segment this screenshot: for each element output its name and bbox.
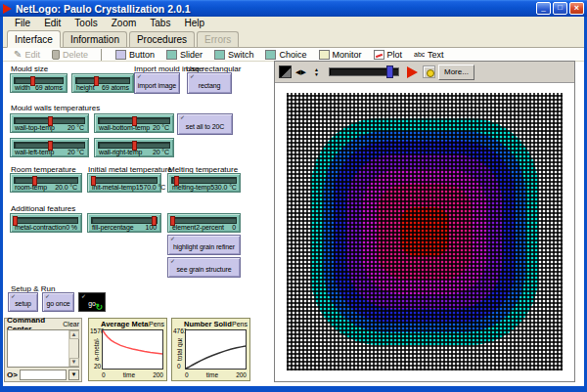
init-metal-temp-slider[interactable]: init-metal-temp1570.0 °C [87,173,161,193]
monitor-widget-icon [319,50,330,60]
wall-bottom-temp-slider[interactable]: wall-bottom-temp20 °C [94,113,174,133]
title-bar[interactable]: NetLogo: Paulo Crystallization 2.0.1 _ □… [0,0,587,17]
see-grain-structure-button[interactable]: ✓ see grain structure [167,257,241,278]
slider-track[interactable] [91,217,158,224]
slider-label: room-temp [15,184,47,191]
wall-left-temp-slider[interactable]: wall-left-temp20 °C [10,138,89,157]
x-min-tick: 0 [102,371,106,378]
delete-button: Delete [47,48,93,61]
slider-track[interactable] [171,217,237,224]
slider-label: fill-percentage [92,224,133,231]
menu-edit[interactable]: Edit [37,17,68,30]
tab-information[interactable]: Information [63,31,127,47]
menu-zoom[interactable]: Zoom [105,17,144,30]
more-button[interactable]: More... [438,65,474,80]
pencil-icon: ✎ [14,49,22,60]
tab-interface[interactable]: Interface [7,30,61,48]
clear-button[interactable]: Clear [63,321,79,327]
menu-tools[interactable]: Tools [68,17,104,30]
add-choice-widget[interactable]: Choice [260,48,311,61]
add-text-widget[interactable]: abc Text [409,48,449,61]
button-corner-mark-icon: ✓ [11,292,16,299]
avg-metal-temp-plot: Average Metal T... Pens 1570 a-metal-te … [88,318,167,381]
observer-prompt: O> [7,370,18,379]
netlogo-arrow-icon [407,66,418,78]
melting-temp-slider[interactable]: melting-temp530.0 °C [167,173,241,193]
slider-track[interactable] [91,177,158,184]
button-corner-mark-icon: ✓ [81,292,86,299]
y-axis-label: a-metal-te [93,338,100,361]
slider-track[interactable] [14,217,78,224]
add-monitor-widget[interactable]: Monitor [314,48,367,61]
slider-label: wall-left-temp [15,149,54,155]
slider-value: 69 atoms [102,84,129,91]
close-button[interactable]: × [569,2,584,15]
slider-track[interactable] [75,77,130,84]
height-slider[interactable]: height69 atoms [71,73,134,93]
set-all-to-20c-button[interactable]: ✓ set all to 20C [177,113,233,135]
scroll-down-icon[interactable]: ▼ [69,358,79,367]
edit-button: ✎ Edit [9,48,45,61]
slider-track[interactable] [14,142,85,149]
menu-tabs[interactable]: Tabs [143,17,177,30]
resize-view-icon[interactable] [279,65,292,78]
wall-top-temp-slider[interactable]: wall-top-temp20 °C [10,113,89,133]
vertical-arrows-icon[interactable]: ▲ ▼ [310,65,323,78]
slider-value: 0 % [66,224,77,231]
command-output[interactable]: ▲ ▼ [7,329,79,368]
width-slider[interactable]: width69 atoms [10,73,68,93]
slider-label: wall-top-temp [15,124,55,131]
speed-slider-thumb[interactable] [386,65,393,78]
go-once-button[interactable]: ✓ go once [42,292,74,312]
go-forever-button[interactable]: ✓ go ↻ [78,292,106,312]
add-switch-widget[interactable]: Switch [209,48,259,61]
scrollbar[interactable]: ▲ ▼ [68,330,78,367]
slider-track[interactable] [14,177,78,184]
world-view-container: ◀▶ ▲ ▼ More... [274,61,575,382]
slider-value: 100 [146,224,157,231]
button-corner-mark-icon: ✓ [190,72,195,79]
display-on-off-icon[interactable] [423,65,435,78]
x-min-tick: 0 [185,371,189,378]
toolbar: ✎ Edit Delete Button Slider Switch Choic… [3,48,584,62]
room-temp-slider[interactable]: room-temp20.0 °C [10,173,82,193]
slider-track[interactable] [171,177,237,184]
slider-track[interactable] [14,117,85,124]
slider-track[interactable] [14,77,64,84]
minimize-button[interactable]: _ [536,2,551,15]
add-slider-widget[interactable]: Slider [161,48,207,61]
button-corner-mark-icon: ✓ [180,113,185,120]
button-corner-mark-icon: ✓ [170,257,175,264]
setup-button[interactable]: ✓ setup [8,292,38,312]
choice-widget-icon [265,50,276,60]
tab-procedures[interactable]: Procedures [129,31,195,47]
speed-slider[interactable] [329,67,399,76]
maximize-button[interactable]: □ [553,2,567,15]
fill-percentage-slider[interactable]: fill-percentage100 [87,213,161,233]
slider-track[interactable] [98,117,170,124]
world-view[interactable] [287,93,563,370]
metal-contraction-slider[interactable]: metal-contraction0 % [10,213,82,233]
history-dropdown-icon[interactable]: ▼ [68,370,79,380]
command-input[interactable] [20,370,67,380]
slider-value: 20 °C [68,124,84,131]
menu-help[interactable]: Help [177,17,211,30]
button-widget-icon [115,50,126,60]
add-button-widget[interactable]: Button [111,48,159,61]
y-min-tick: 0 [177,363,181,370]
wall-right-temp-slider[interactable]: wall-right-temp20 °C [94,138,174,157]
slider-track[interactable] [98,142,170,149]
slider-label: wall-bottom-temp [99,124,150,131]
x-axis-label: time [123,371,135,378]
slider-value: 20.0 °C [55,184,77,191]
slider-label: element2-percent [172,224,224,231]
element2-percent-slider[interactable]: element2-percent0 [167,213,241,233]
add-plot-widget[interactable]: Plot [369,48,408,61]
scroll-up-icon[interactable]: ▲ [69,330,79,339]
highlight-grain-refiner-button[interactable]: ✓ highlight grain refiner [167,235,241,255]
import-image-button[interactable]: ✓ import image [134,72,180,94]
menu-file[interactable]: File [8,17,37,30]
rectang-button[interactable]: ✓ rectang [187,72,232,94]
horizontal-arrows-icon[interactable]: ◀▶ [294,65,307,78]
netlogo-logo-icon [3,4,12,14]
